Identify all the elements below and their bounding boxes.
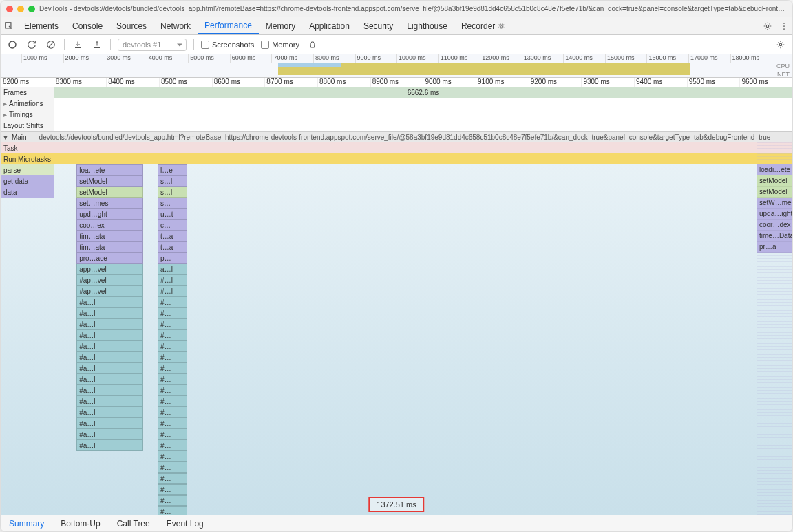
flame-bar[interactable]: #a…l bbox=[76, 308, 142, 319]
details-tab-summary[interactable]: Summary bbox=[1, 515, 52, 531]
flame-bar[interactable]: #… bbox=[158, 396, 187, 407]
flame-bar[interactable]: #… bbox=[158, 484, 187, 495]
tab-application[interactable]: Application bbox=[302, 17, 357, 34]
flame-bar[interactable]: tim…ata bbox=[76, 242, 142, 253]
flame-bar[interactable]: #… bbox=[158, 363, 187, 374]
record-icon[interactable] bbox=[6, 39, 19, 51]
flame-bar[interactable]: app…vel bbox=[76, 264, 142, 275]
flame-bar[interactable]: #a…l bbox=[76, 363, 142, 374]
flame-bar[interactable]: #… bbox=[158, 418, 187, 429]
tab-performance[interactable]: Performance bbox=[198, 17, 259, 34]
flame-bar[interactable]: #ap…vel bbox=[76, 286, 142, 297]
details-tab-bottomup[interactable]: Bottom-Up bbox=[52, 515, 108, 531]
flame-bar[interactable]: setModel bbox=[76, 175, 142, 187]
close-icon[interactable] bbox=[6, 6, 13, 12]
memory-checkbox[interactable]: Memory bbox=[261, 41, 299, 49]
flame-right-tag[interactable]: pr…a bbox=[757, 242, 792, 253]
flame-bar[interactable]: #… bbox=[158, 506, 187, 515]
tab-recorder[interactable]: Recorder ⚛ bbox=[454, 17, 512, 34]
flame-bar[interactable]: t…a bbox=[158, 242, 187, 253]
layout-shifts-track[interactable]: Layout Shifts bbox=[1, 120, 792, 131]
task-bar[interactable]: Task bbox=[1, 142, 792, 153]
flame-bar[interactable]: #a…l bbox=[76, 374, 142, 385]
more-icon[interactable] bbox=[776, 21, 792, 31]
flame-bar[interactable]: #… bbox=[158, 374, 187, 385]
capture-settings-icon[interactable] bbox=[774, 39, 787, 51]
settings-icon[interactable] bbox=[759, 21, 776, 31]
flame-bar[interactable]: #a…l bbox=[76, 297, 142, 308]
flame-bar[interactable]: #a…l bbox=[76, 429, 142, 440]
screenshots-checkbox[interactable]: Screenshots bbox=[201, 41, 254, 49]
flame-bar[interactable]: #… bbox=[158, 319, 187, 330]
flame-bar[interactable]: #…l bbox=[158, 286, 187, 297]
flame-bar[interactable]: #a…l bbox=[76, 341, 142, 352]
details-tab-calltree[interactable]: Call Tree bbox=[109, 515, 158, 531]
flame-bar[interactable]: #… bbox=[158, 352, 187, 363]
flame-right-tag[interactable]: loadi…ete bbox=[757, 164, 792, 175]
flame-right-tag[interactable]: coor…dex bbox=[757, 220, 792, 231]
profile-selector[interactable]: devtools #1 bbox=[118, 39, 187, 51]
microtasks-bar[interactable]: Run Microtasks bbox=[1, 153, 792, 164]
maximize-icon[interactable] bbox=[28, 6, 35, 12]
flame-right-tag[interactable]: upda…ight bbox=[757, 209, 792, 220]
flame-bar[interactable]: #a…l bbox=[76, 418, 142, 429]
flame-bar[interactable]: t…a bbox=[158, 231, 187, 242]
details-tab-eventlog[interactable]: Event Log bbox=[158, 515, 212, 531]
flame-bar[interactable]: #a…l bbox=[76, 352, 142, 363]
timings-track[interactable]: ▸Timings bbox=[1, 109, 792, 120]
load-profile-icon[interactable] bbox=[72, 39, 84, 51]
flame-bar[interactable]: u…t bbox=[158, 209, 187, 220]
flame-chart[interactable]: Task Run Microtasks parseloa…etel…eget d… bbox=[1, 142, 792, 515]
flame-bar[interactable]: #… bbox=[158, 495, 187, 506]
flame-bar[interactable]: #… bbox=[158, 451, 187, 462]
flame-right-tag[interactable]: time…Data bbox=[757, 231, 792, 242]
flame-bar[interactable]: #a…l bbox=[76, 330, 142, 341]
tab-memory[interactable]: Memory bbox=[259, 17, 302, 34]
timeline-ruler[interactable]: 8200 ms8300 ms8400 ms8500 ms8600 ms8700 … bbox=[1, 78, 792, 87]
flame-bar[interactable]: #… bbox=[158, 330, 187, 341]
flame-right-tag[interactable]: setModel bbox=[757, 187, 792, 198]
flame-bar[interactable]: c… bbox=[158, 220, 187, 231]
clear-icon[interactable] bbox=[45, 39, 57, 51]
flame-bar[interactable]: set…mes bbox=[76, 198, 142, 209]
garbage-collect-icon[interactable] bbox=[306, 39, 319, 51]
flame-bar[interactable]: a…l bbox=[158, 264, 187, 275]
timeline-overview[interactable]: 1000 ms2000 ms3000 ms4000 ms5000 ms6000 … bbox=[1, 54, 792, 78]
flame-bar[interactable]: #…l bbox=[158, 275, 187, 286]
flame-bar[interactable]: loa…ete bbox=[76, 164, 142, 175]
flame-bar[interactable]: #… bbox=[158, 429, 187, 440]
inspect-icon[interactable] bbox=[1, 21, 17, 31]
flame-bar[interactable]: #a…l bbox=[76, 396, 142, 407]
flame-bar[interactable]: pro…ace bbox=[76, 253, 142, 264]
flame-bar[interactable]: s…l bbox=[158, 175, 187, 187]
flame-bar[interactable]: #a…l bbox=[76, 319, 142, 330]
flame-bar[interactable]: l…e bbox=[158, 164, 187, 175]
flame-bar[interactable]: #… bbox=[158, 308, 187, 319]
flame-bar[interactable]: #… bbox=[158, 297, 187, 308]
flame-bar[interactable]: p… bbox=[158, 253, 187, 264]
minimize-icon[interactable] bbox=[17, 6, 24, 12]
flame-bar[interactable]: s…l bbox=[158, 187, 187, 198]
flame-right-tag[interactable]: setW…mes bbox=[757, 198, 792, 209]
flame-bar[interactable]: setModel bbox=[76, 187, 142, 198]
flame-bar[interactable]: #… bbox=[158, 385, 187, 396]
flame-bar[interactable]: s… bbox=[158, 198, 187, 209]
tab-lighthouse[interactable]: Lighthouse bbox=[400, 17, 454, 34]
reload-icon[interactable] bbox=[25, 39, 38, 51]
tab-console[interactable]: Console bbox=[65, 17, 109, 34]
flame-right-tag[interactable]: setModel bbox=[757, 175, 792, 187]
flame-bar[interactable]: #… bbox=[158, 440, 187, 451]
flame-bar[interactable]: tim…ata bbox=[76, 231, 142, 242]
animations-track[interactable]: ▸Animations bbox=[1, 98, 792, 109]
flame-bar[interactable]: #a…l bbox=[76, 440, 142, 451]
flame-bar[interactable]: upd…ght bbox=[76, 209, 142, 220]
tab-network[interactable]: Network bbox=[154, 17, 198, 34]
save-profile-icon[interactable] bbox=[91, 39, 103, 51]
flame-bar[interactable]: #a…l bbox=[76, 407, 142, 418]
flame-bar[interactable]: #ap…vel bbox=[76, 275, 142, 286]
long-frame[interactable]: 6662.6 ms bbox=[54, 87, 792, 98]
main-thread-header[interactable]: ▼ Main — devtools://devtools/bundled/dev… bbox=[1, 131, 792, 142]
tab-elements[interactable]: Elements bbox=[17, 17, 65, 34]
tab-sources[interactable]: Sources bbox=[109, 17, 154, 34]
flame-bar[interactable]: #… bbox=[158, 473, 187, 484]
